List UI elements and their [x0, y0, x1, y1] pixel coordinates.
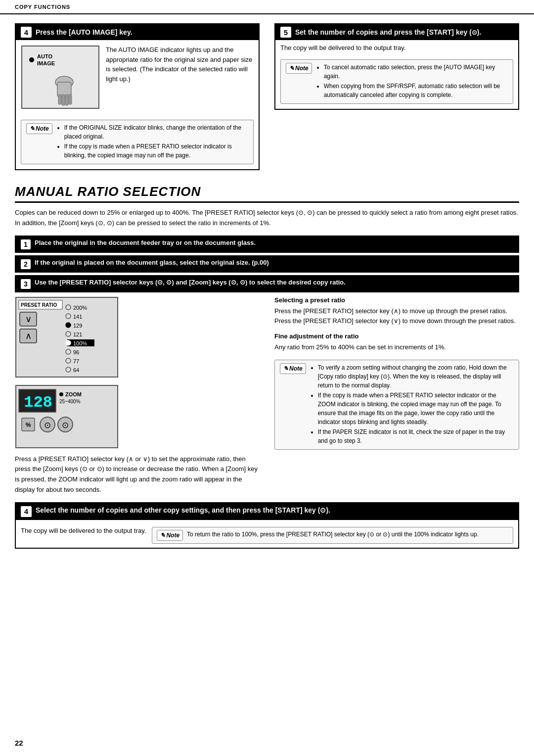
- svg-point-21: [66, 323, 71, 328]
- svg-text:64: 64: [73, 367, 79, 373]
- page-number: 22: [15, 739, 23, 747]
- manual-step1-bar: 1 Place the original in the document fee…: [15, 236, 519, 253]
- step4-note-text: To return the ratio to 100%, press the […: [187, 531, 479, 538]
- manual-step4-number: 4: [21, 506, 32, 517]
- svg-text:%: %: [26, 422, 31, 428]
- step5-delivery: The copy will be delivered to the output…: [280, 44, 513, 51]
- manual-step1-number: 1: [21, 239, 31, 249]
- svg-text:ZOOM: ZOOM: [65, 391, 82, 397]
- step4-note-content: To return the ratio to 100%, press the […: [187, 530, 508, 539]
- step4-delivery-text: The copy will be delivered to the output…: [21, 527, 146, 534]
- manual-ratio-title: MANUAL RATIO SELECTION: [15, 184, 519, 203]
- manual-step1-header: 1 Place the original in the document fee…: [16, 236, 518, 252]
- auto-image-step5-col: 5 Set the number of copies and press the…: [274, 23, 519, 175]
- step5-header: 5 Set the number of copies and press the…: [275, 24, 518, 40]
- step4-inline-note: ✎Note To return the ratio to 100%, press…: [152, 527, 513, 544]
- auto-image-svg: AUTO IMAGE: [21, 45, 100, 109]
- step5-note-content: To cancel automatic ratio selection, pre…: [316, 63, 508, 100]
- step3-note: ✎Note To verify a zoom setting without c…: [274, 360, 519, 450]
- fine-adj-text: Any ratio from 25% to 400% can be set in…: [274, 342, 519, 353]
- zoom-panel-svg: 128 ZOOM 25~400% % ⊙ ⊙: [15, 384, 119, 449]
- svg-rect-6: [58, 94, 61, 104]
- auto-image-step4-col: 4 Press the [AUTO IMAGE] key. AUTO IMAGE: [15, 23, 260, 175]
- svg-point-1: [29, 57, 34, 62]
- step3-note-item-3: If the PAPER SIZE indicator is not lit, …: [318, 427, 514, 445]
- svg-text:141: 141: [73, 314, 82, 320]
- svg-text:PRESET RATIO: PRESET RATIO: [21, 302, 57, 308]
- step4-note: ✎Note If the ORIGINAL SIZE indicator bli…: [21, 120, 254, 164]
- step4-delivery: The copy will be delivered to the output…: [21, 527, 146, 534]
- svg-text:121: 121: [73, 331, 82, 337]
- note-content: If the ORIGINAL SIZE indicator blinks, c…: [56, 123, 248, 161]
- svg-text:96: 96: [73, 349, 79, 355]
- preset-ratio-container: PRESET RATIO ∨ ∧ 200% 141: [15, 296, 260, 379]
- preset-ratio-svg: PRESET RATIO ∨ ∧ 200% 141: [15, 296, 119, 378]
- note-label-icon2: ✎Note: [286, 63, 312, 74]
- svg-text:200%: 200%: [73, 305, 87, 311]
- step5-note-item-1: To cancel automatic ratio selection, pre…: [324, 63, 508, 81]
- svg-text:AUTO: AUTO: [37, 53, 52, 59]
- manual-step4-title: Select the number of copies and other co…: [36, 506, 330, 514]
- step4-title: Press the [AUTO IMAGE] key.: [36, 28, 133, 36]
- step5-number: 5: [280, 27, 291, 38]
- step3-left-col: PRESET RATIO ∨ ∧ 200% 141: [15, 296, 260, 495]
- step4-header: 4 Press the [AUTO IMAGE] key.: [16, 24, 259, 40]
- manual-step2-header: 2 If the original is placed on the docum…: [16, 256, 518, 272]
- step5-box: 5 Set the number of copies and press the…: [274, 23, 519, 110]
- svg-text:IMAGE: IMAGE: [37, 60, 55, 66]
- main-content: 4 Press the [AUTO IMAGE] key. AUTO IMAGE: [0, 14, 534, 559]
- svg-point-26: [66, 340, 71, 345]
- pencil-icon4: ✎: [160, 531, 165, 540]
- top-two-col: 4 Press the [AUTO IMAGE] key. AUTO IMAGE: [15, 23, 519, 175]
- step3-note-item-1: To verify a zoom setting without changin…: [318, 363, 514, 390]
- manual-step1-title: Place the original in the document feede…: [35, 239, 256, 246]
- selecting-preset-text: Press the [PRESET RATIO] selector key (∧…: [274, 306, 519, 327]
- fine-adj-title: Fine adjustment of the ratio: [274, 332, 519, 340]
- fine-adj-section: Fine adjustment of the ratio Any ratio f…: [274, 332, 519, 353]
- manual-step4-body: The copy will be delivered to the output…: [16, 520, 518, 548]
- svg-point-37: [59, 392, 63, 396]
- step4-description: The AUTO IMAGE indicator lights up and t…: [106, 45, 254, 84]
- step4-bottom-row: The copy will be delivered to the output…: [21, 527, 513, 544]
- step3-note-item-2: If the copy is made when a PRESET RATIO …: [318, 391, 514, 426]
- svg-text:100%: 100%: [73, 340, 87, 346]
- svg-text:25~400%: 25~400%: [59, 399, 81, 404]
- note-item-2: If the copy is made when a PRESET RATIO …: [64, 142, 248, 160]
- manual-step2-title: If the original is placed on the documen…: [35, 259, 269, 266]
- manual-step3-header: 3 Use the [PRESET RATIO] selector keys (…: [16, 276, 518, 291]
- note-item-1: If the ORIGINAL SIZE indicator blinks, c…: [64, 123, 248, 141]
- manual-step2-number: 2: [21, 259, 31, 269]
- page-header: COPY FUNCTIONS: [0, 0, 534, 14]
- zoom-panel-container: 128 ZOOM 25~400% % ⊙ ⊙: [15, 384, 260, 450]
- step3-two-col: PRESET RATIO ∨ ∧ 200% 141: [15, 296, 519, 495]
- page: COPY FUNCTIONS 4 Press the [AUTO IMAGE] …: [0, 0, 534, 756]
- step4-box: 4 Press the [AUTO IMAGE] key. AUTO IMAGE: [15, 23, 260, 170]
- svg-text:129: 129: [73, 323, 82, 329]
- step4-number: 4: [21, 27, 32, 38]
- step5-note: ✎Note To cancel automatic ratio selectio…: [280, 59, 513, 104]
- pencil-icon2: ✎: [289, 64, 294, 73]
- step3-note-content: To verify a zoom setting without changin…: [310, 363, 514, 446]
- svg-text:∧: ∧: [25, 331, 32, 341]
- svg-text:128: 128: [24, 393, 52, 412]
- svg-rect-8: [65, 94, 68, 105]
- header-title: COPY FUNCTIONS: [15, 4, 70, 10]
- step3-right-col: Selecting a preset ratio Press the [PRES…: [274, 296, 519, 495]
- note-label-icon: ✎Note: [26, 123, 52, 134]
- pencil-icon: ✎: [30, 124, 35, 133]
- svg-text:⊙: ⊙: [62, 421, 69, 430]
- svg-rect-7: [62, 94, 65, 105]
- manual-step2-bar: 2 If the original is placed on the docum…: [15, 255, 519, 273]
- step5-content: The copy will be delivered to the output…: [275, 40, 518, 55]
- step5-title: Set the number of copies and press the […: [295, 28, 481, 36]
- manual-step4-header: 4 Select the number of copies and other …: [16, 503, 518, 520]
- note-label-icon4: ✎Note: [157, 530, 183, 541]
- svg-rect-9: [69, 94, 72, 104]
- auto-image-device-img: AUTO IMAGE: [21, 45, 100, 111]
- selecting-preset-title: Selecting a preset ratio: [274, 296, 519, 304]
- svg-text:∨: ∨: [25, 314, 32, 324]
- manual-ratio-intro: Copies can be reduced down to 25% or enl…: [15, 208, 519, 229]
- step4-content: AUTO IMAGE The AUTO IMAGE: [16, 40, 259, 116]
- manual-step3-number: 3: [21, 279, 31, 289]
- step5-note-item-2: When copying from the SPF/RSPF, automati…: [324, 82, 508, 99]
